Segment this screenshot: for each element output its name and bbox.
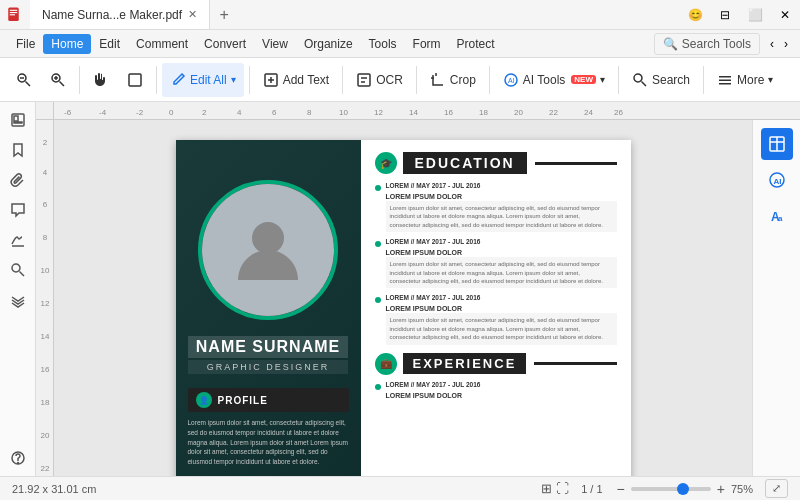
pdf-document: NAME SURNAME GRAPHIC DESIGNER 👤 PROFILE …: [176, 140, 631, 476]
sidebar-bookmark[interactable]: [4, 136, 32, 164]
statusbar-tools: ⊞ ⛶: [541, 481, 569, 496]
zoom-in-status[interactable]: +: [715, 481, 727, 497]
svg-text:-2: -2: [136, 108, 144, 117]
forward-button[interactable]: ›: [780, 35, 792, 53]
search-icon-menu: 🔍: [663, 37, 678, 51]
menu-convert[interactable]: Convert: [196, 34, 254, 54]
profile-section-header: 👤 PROFILE: [188, 388, 349, 412]
back-button[interactable]: ‹: [766, 35, 778, 53]
new-tab-button[interactable]: +: [210, 1, 238, 29]
menu-home[interactable]: Home: [43, 34, 91, 54]
svg-rect-22: [719, 83, 731, 85]
statusbar-page-thumb[interactable]: ⊞: [541, 481, 552, 496]
separator-6: [489, 66, 490, 94]
tab-bar: Name Surna...e Maker.pdf ✕ +: [30, 0, 680, 29]
sidebar-help[interactable]: [4, 444, 32, 472]
zoom-out-status[interactable]: −: [615, 481, 627, 497]
zoom-slider[interactable]: [631, 487, 711, 491]
maximize-button[interactable]: ⬜: [740, 0, 770, 30]
svg-text:0: 0: [169, 108, 174, 117]
svg-text:10: 10: [339, 108, 348, 117]
education-title: EDUCATION: [403, 152, 527, 174]
sidebar-attachment[interactable]: [4, 166, 32, 194]
svg-text:22: 22: [549, 108, 558, 117]
profile-photo: [198, 180, 338, 320]
right-panel-table[interactable]: [761, 128, 793, 160]
svg-text:10: 10: [41, 266, 50, 275]
search-tools-button[interactable]: 🔍 Search Tools: [654, 33, 760, 55]
edit-all-button[interactable]: Edit All ▾: [162, 63, 244, 97]
svg-text:AI: AI: [508, 77, 515, 84]
svg-text:4: 4: [43, 168, 48, 177]
canvas-area[interactable]: NAME SURNAME GRAPHIC DESIGNER 👤 PROFILE …: [54, 120, 752, 476]
zoom-level: 75%: [731, 483, 753, 495]
svg-line-28: [19, 272, 24, 277]
ocr-button[interactable]: OCR: [348, 63, 411, 97]
svg-rect-11: [129, 74, 141, 86]
ruler-corner: [36, 102, 54, 120]
fit-page-button[interactable]: ⤢: [765, 479, 788, 498]
sidebar-search[interactable]: [4, 256, 32, 284]
edu-item-1: LOREM // MAY 2017 - JUL 2016 LOREM IPSUM…: [375, 182, 617, 232]
zoom-out-button[interactable]: [8, 63, 40, 97]
experience-header: 💼 EXPERIENCE: [375, 353, 617, 375]
name-box: NAME SURNAME GRAPHIC DESIGNER: [188, 336, 348, 374]
zoom-in-button[interactable]: [42, 63, 74, 97]
svg-text:2: 2: [43, 138, 48, 147]
sidebar-signature[interactable]: [4, 226, 32, 254]
right-panel-ai[interactable]: AI: [761, 164, 793, 196]
ai-badge: NEW: [571, 75, 596, 84]
emoji-button[interactable]: 😊: [680, 0, 710, 30]
svg-line-19: [642, 81, 647, 86]
add-text-button[interactable]: Add Text: [255, 63, 337, 97]
menu-protect[interactable]: Protect: [449, 34, 503, 54]
menu-tools[interactable]: Tools: [361, 34, 405, 54]
svg-point-59: [252, 222, 284, 254]
app-icon: [0, 0, 30, 30]
svg-text:20: 20: [41, 431, 50, 440]
svg-line-5: [26, 81, 31, 86]
svg-rect-15: [358, 74, 370, 86]
menu-edit[interactable]: Edit: [91, 34, 128, 54]
svg-text:14: 14: [409, 108, 418, 117]
svg-rect-24: [14, 116, 18, 121]
statusbar-fit[interactable]: ⛶: [556, 481, 569, 496]
svg-text:6: 6: [272, 108, 277, 117]
svg-text:22: 22: [41, 464, 50, 473]
crop-button[interactable]: Crop: [422, 63, 484, 97]
experience-icon: 💼: [375, 353, 397, 375]
minimize-button[interactable]: ⊟: [710, 0, 740, 30]
svg-text:16: 16: [41, 365, 50, 374]
search-button[interactable]: Search: [624, 63, 698, 97]
select-tool-button[interactable]: [119, 63, 151, 97]
menu-comment[interactable]: Comment: [128, 34, 196, 54]
svg-text:18: 18: [41, 398, 50, 407]
svg-text:4: 4: [237, 108, 242, 117]
separator-7: [618, 66, 619, 94]
tab-close-button[interactable]: ✕: [188, 8, 197, 21]
sidebar-comment[interactable]: [4, 196, 32, 224]
svg-text:26: 26: [614, 108, 623, 117]
svg-text:12: 12: [41, 299, 50, 308]
sidebar-page-thumb[interactable]: [4, 106, 32, 134]
sidebar-layers[interactable]: [4, 286, 32, 314]
education-header: 🎓 EDUCATION: [375, 152, 617, 174]
exp-item-1: LOREM // MAY 2017 - JUL 2016 LOREM IPSUM…: [375, 381, 617, 399]
ai-tools-button[interactable]: AI AI Tools NEW ▾: [495, 63, 613, 97]
ruler-horizontal: -6 -4 -2 0 2 4 6 8 10 12 14 16 18 20: [54, 102, 800, 120]
menu-organize[interactable]: Organize: [296, 34, 361, 54]
menu-file[interactable]: File: [8, 34, 43, 54]
more-button[interactable]: More ▾: [709, 63, 781, 97]
toolbar: Edit All ▾ Add Text OCR Crop AI AI Tools…: [0, 58, 800, 102]
separator-2: [156, 66, 157, 94]
menu-view[interactable]: View: [254, 34, 296, 54]
active-tab[interactable]: Name Surna...e Maker.pdf ✕: [30, 0, 210, 29]
hand-tool-button[interactable]: [85, 63, 117, 97]
profile-title: PROFILE: [218, 395, 268, 406]
separator-3: [249, 66, 250, 94]
close-button[interactable]: ✕: [770, 0, 800, 30]
right-panel-text[interactable]: Aa: [761, 200, 793, 232]
menu-form[interactable]: Form: [405, 34, 449, 54]
separator-4: [342, 66, 343, 94]
separator-8: [703, 66, 704, 94]
